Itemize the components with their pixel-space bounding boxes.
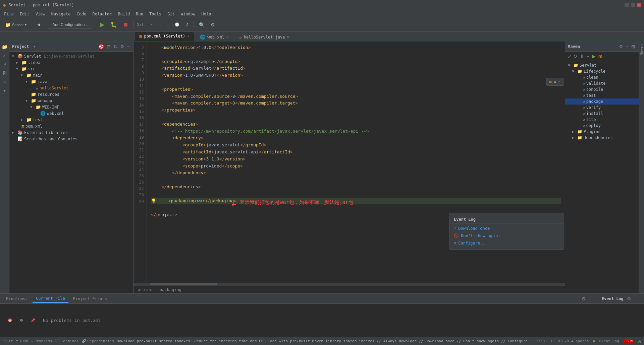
tab-servlet-close[interactable]: × [287, 35, 289, 39]
tree-item-webxml[interactable]: ▶ 🌐 web.xml [9, 110, 133, 117]
tree-item-src[interactable]: ▼ 📁 src [9, 66, 133, 72]
tree-item-helloservlet[interactable]: ▶ ☕ helloServlet [9, 85, 133, 91]
bottom-settings-btn[interactable]: ⚙ [581, 295, 587, 302]
minimize-button[interactable]: − [625, 3, 629, 7]
project-dropdown-arrow[interactable]: ▾ [33, 44, 36, 49]
maven-item-test[interactable]: ⚙ test [565, 92, 639, 98]
bottom-three-dots-btn[interactable]: ⋯ [630, 317, 639, 324]
menu-item-help[interactable]: Help [199, 11, 214, 17]
toolbar-search-btn[interactable]: 🔍 [197, 20, 207, 29]
toolbar-run-btn[interactable]: ▶ [98, 20, 107, 29]
event-log-download-once[interactable]: ⬇ Download once [450, 225, 563, 232]
toolbar-git-revert-btn[interactable]: ↺ [183, 21, 191, 28]
editor-scrollbar-thumb[interactable] [150, 283, 217, 285]
bottom-hide-btn[interactable]: − [588, 295, 592, 302]
tree-item-scratches[interactable]: ▶ 📝 Scratches and Consoles [9, 136, 133, 142]
event-log-configure[interactable]: ⚙ Configure... [450, 239, 563, 247]
status-terminal-item[interactable]: ⬛ Terminal [55, 339, 79, 343]
event-log-hide-btn[interactable]: − [635, 295, 639, 302]
maximize-button[interactable]: □ [631, 3, 635, 7]
maven-item-clean[interactable]: ⚙ clean [565, 74, 639, 80]
right-strip-maven-label[interactable]: Maven [639, 42, 644, 58]
status-problems-item[interactable]: ⚠ Problems [31, 339, 52, 343]
tree-item-external-libs[interactable]: ▶ 📚 External Libraries [9, 129, 133, 136]
menu-item-tools[interactable]: Tools [147, 11, 164, 17]
maven-run-btn[interactable]: ▶ [591, 53, 596, 60]
toolbar-project-btn[interactable]: 📁 Servlet ▾ [3, 20, 29, 29]
menu-item-view[interactable]: View [33, 11, 48, 17]
status-git-label[interactable]: Git [6, 339, 13, 343]
maven-item-lifecycle[interactable]: ▼ 📁 Lifecycle [565, 68, 639, 74]
menu-item-run[interactable]: Run [133, 11, 146, 17]
bottom-icon-btn-3[interactable]: 📌 [28, 317, 38, 324]
menu-item-file[interactable]: File [1, 11, 16, 17]
tree-item-pomxml[interactable]: ▶ m pom.xml [9, 123, 133, 129]
maven-m-btn[interactable]: m [598, 53, 603, 60]
event-log-dont-show[interactable]: 🚫 Don't show again [450, 232, 563, 239]
tree-item-servlet-root[interactable]: ▼ 📦 Servlet E:\java-notes\Servlet [9, 53, 133, 59]
breadcrumb-project[interactable]: project [138, 287, 155, 292]
maven-download-btn[interactable]: ⬇ [579, 53, 585, 60]
sidebar-icon-structure[interactable]: ≡ [1, 78, 9, 86]
bottom-tab-problems-label[interactable]: Problems: [3, 295, 31, 302]
add-configuration-button[interactable]: Add Configuration... [48, 21, 92, 29]
maven-item-verify[interactable]: ⚙ verify [565, 105, 639, 111]
toolbar-git-pull-btn[interactable]: ↓ [165, 21, 171, 28]
tab-pom-xml[interactable]: m pom.xml (Servlet) × [134, 32, 194, 41]
maven-item-install[interactable]: ⚙ install [565, 111, 639, 117]
maven-item-dependencies[interactable]: ▶ 📁 Dependencies [565, 135, 639, 141]
tree-item-main[interactable]: ▼ 📁 main [9, 72, 133, 78]
maven-add-btn[interactable]: + [586, 53, 590, 60]
toolbar-debug-btn[interactable]: 🐛 [108, 20, 119, 29]
maven-settings-btn[interactable]: ⚙ [618, 43, 624, 50]
tab-webxml-close[interactable]: × [226, 35, 228, 39]
status-dependencies-item[interactable]: 🔗 Dependencies [82, 339, 114, 343]
breadcrumb-packaging[interactable]: packaging [160, 287, 181, 292]
toolbar-back-btn[interactable]: ◀ [35, 21, 42, 28]
maven-expand-btn[interactable]: ⊞ [631, 43, 636, 50]
bottom-tab-current-file[interactable]: Current File [33, 295, 68, 303]
tab-pom-close[interactable]: × [187, 34, 189, 38]
maven-item-plugins[interactable]: ▶ 📁 Plugins [565, 129, 639, 135]
menu-item-code[interactable]: Code [74, 11, 89, 17]
sidebar-icon-git[interactable]: ⑂ [1, 60, 9, 68]
toolbar-git-check-btn[interactable]: ✓ [148, 21, 155, 28]
panel-hide-btn[interactable]: − [126, 43, 130, 50]
status-position[interactable]: 27:31 [536, 339, 547, 343]
tab-web-xml[interactable]: 🌐 web.xml × [195, 33, 233, 41]
toolbar-settings-btn[interactable]: ⚙ [208, 20, 217, 29]
maven-refresh-btn[interactable]: ↻ [573, 53, 578, 60]
maven-item-site[interactable]: ⚙ site [565, 117, 639, 123]
toolbar-git-history-btn[interactable]: 🕐 [172, 21, 182, 28]
menu-item-edit[interactable]: Edit [17, 11, 32, 17]
bottom-icon-btn-2[interactable]: ⚙ [17, 317, 25, 324]
tree-item-test[interactable]: ▶ 📁 test [9, 117, 133, 123]
close-button[interactable]: × [637, 3, 641, 7]
menu-item-refactor[interactable]: Refactor [90, 11, 114, 17]
toolbar-git-push-btn[interactable]: ↑ [157, 21, 163, 28]
mvn-link[interactable]: https://mvnrepository.com/artifact/javax… [185, 129, 359, 134]
sidebar-icon-browser[interactable]: 🗄 [1, 69, 9, 77]
status-event-log-btn[interactable]: Event Log [599, 339, 619, 343]
maven-item-package[interactable]: ⚙ package [565, 98, 639, 105]
sidebar-icon-favorites[interactable]: ★ [1, 86, 9, 94]
panel-sort-btn[interactable]: ⇅ [113, 43, 118, 50]
menu-item-navigate[interactable]: Navigate [49, 11, 73, 17]
toolbar-stop-btn[interactable]: ⏹ [121, 20, 131, 29]
bottom-tab-project-errors[interactable]: Project Errors [70, 295, 110, 302]
gear-overlay-close-btn[interactable]: × [558, 79, 560, 84]
sidebar-icon-commit[interactable]: ✓ [1, 52, 9, 60]
panel-settings-btn[interactable]: ⚙ [119, 43, 125, 50]
tree-item-webinf[interactable]: ▼ 📁 WEB-INF [9, 104, 133, 110]
menu-item-build[interactable]: Build [115, 11, 132, 17]
tree-item-webapp[interactable]: ▼ 📁 webapp [9, 97, 133, 104]
maven-hide-btn[interactable]: − [625, 43, 629, 50]
tab-helloservlet[interactable]: ☕ helloServlet.java × [234, 33, 294, 41]
maven-item-validate[interactable]: ⚙ validate [565, 80, 639, 86]
menu-item-git[interactable]: Git [165, 11, 177, 17]
status-todo-item[interactable]: ≡ TODO [16, 339, 28, 343]
bottom-icon-btn-1[interactable]: 🎯 [5, 317, 15, 324]
panel-collapse-btn[interactable]: ⊟ [106, 43, 111, 50]
editor-horizontal-scrollbar[interactable] [133, 283, 565, 285]
panel-locate-btn[interactable]: 🎯 [98, 43, 105, 50]
